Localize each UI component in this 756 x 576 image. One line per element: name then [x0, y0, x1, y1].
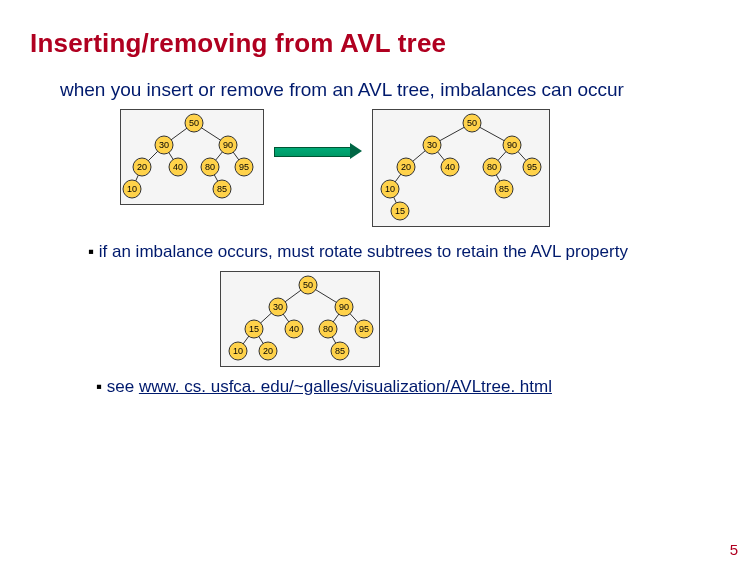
tree-node-label: 90: [339, 302, 349, 312]
tree-node-label: 10: [127, 184, 137, 194]
tree-node-label: 15: [249, 324, 259, 334]
figure-rotated: 50309015408095102085: [220, 271, 756, 367]
tree-node-label: 90: [507, 140, 517, 150]
tree-node-label: 20: [401, 162, 411, 172]
tree-rotated: 50309015408095102085: [220, 271, 380, 367]
tree-node-label: 50: [303, 280, 313, 290]
tree-node-label: 85: [335, 346, 345, 356]
tree-node-label: 95: [239, 162, 249, 172]
tree-node-label: 20: [263, 346, 273, 356]
tree-node-label: 40: [289, 324, 299, 334]
tree-node-label: 85: [217, 184, 227, 194]
tree-node-label: 50: [467, 118, 477, 128]
tree-node-label: 10: [385, 184, 395, 194]
tree-node-label: 85: [499, 184, 509, 194]
tree-node-label: 80: [205, 162, 215, 172]
tree-node-label: 80: [487, 162, 497, 172]
page-number: 5: [730, 541, 738, 558]
tree-node-label: 40: [173, 162, 183, 172]
tree-node-label: 30: [427, 140, 437, 150]
tree-node-label: 30: [159, 140, 169, 150]
tree-node-label: 90: [223, 140, 233, 150]
bullet-rotate: if an imbalance occurs, must rotate subt…: [88, 241, 696, 263]
tree-after-insert: 50309020408095108515: [372, 109, 550, 227]
bullet-see: see www. cs. usfca. edu/~galles/visualiz…: [96, 377, 696, 397]
page-title: Inserting/removing from AVL tree: [30, 28, 756, 59]
tree-node-label: 80: [323, 324, 333, 334]
arrow-icon: [274, 145, 362, 157]
tree-node-label: 95: [359, 324, 369, 334]
visualization-link[interactable]: www. cs. usfca. edu/~galles/visualizatio…: [139, 377, 552, 396]
tree-node-label: 15: [395, 206, 405, 216]
tree-node-label: 30: [273, 302, 283, 312]
tree-node-label: 40: [445, 162, 455, 172]
tree-node-label: 10: [233, 346, 243, 356]
tree-node-label: 95: [527, 162, 537, 172]
see-prefix: see: [107, 377, 139, 396]
tree-before: 503090204080951085: [120, 109, 264, 205]
lead-text: when you insert or remove from an AVL tr…: [60, 77, 696, 103]
tree-node-label: 20: [137, 162, 147, 172]
figure-row-before-after: 503090204080951085 50309020408095108515: [120, 109, 756, 227]
tree-node-label: 50: [189, 118, 199, 128]
